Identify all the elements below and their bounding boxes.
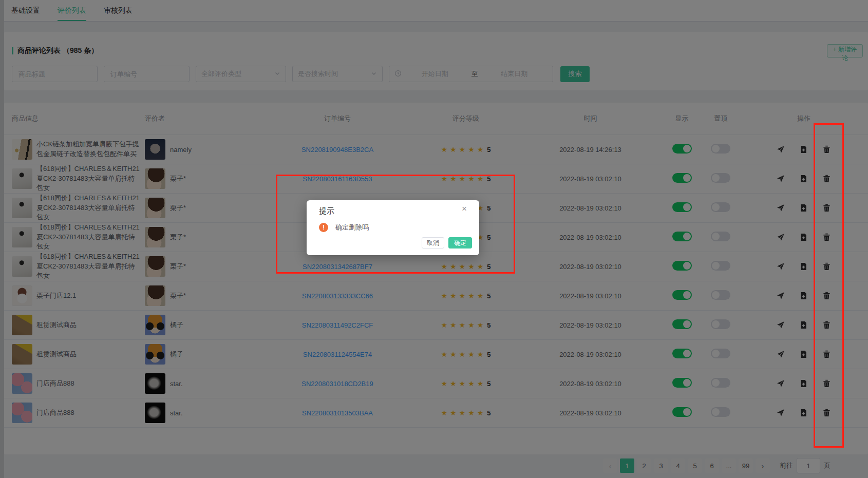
close-icon[interactable]: × [462, 204, 467, 213]
dialog-buttons: 取消 确定 [422, 237, 472, 248]
confirm-button[interactable]: 确定 [448, 237, 472, 248]
cancel-button[interactable]: 取消 [422, 237, 444, 248]
dialog-body: ! 确定删除吗 [319, 223, 369, 232]
dialog-title: 提示 [319, 206, 334, 216]
dialog-message: 确定删除吗 [335, 223, 369, 232]
confirm-delete-dialog: 提示 × ! 确定删除吗 取消 确定 [307, 200, 479, 255]
warning-icon: ! [319, 223, 328, 232]
